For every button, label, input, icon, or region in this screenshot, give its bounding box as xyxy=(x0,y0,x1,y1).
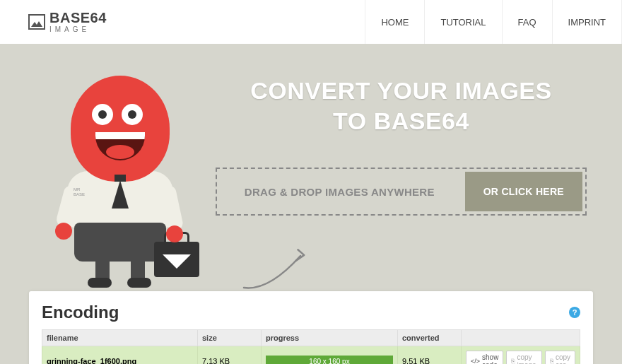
title-line: TO BASE64 xyxy=(333,107,469,134)
cell-size: 7.13 KB xyxy=(198,346,262,365)
copy-icon: ⎘ xyxy=(550,358,553,364)
copy-image-button[interactable]: ⎘copy image xyxy=(506,351,541,364)
logo-text-sub: IMAGE xyxy=(49,26,107,33)
button-label: OR CLICK HERE xyxy=(483,186,564,197)
hero-right: CONVERT YOUR IMAGES TO BASE64 DRAG & DRO… xyxy=(216,69,587,216)
col-converted: converted xyxy=(398,330,462,346)
nav-item-imprint[interactable]: IMPRINT xyxy=(552,0,622,44)
logo[interactable]: BASE64 IMAGE xyxy=(28,11,107,33)
logo-text: BASE64 IMAGE xyxy=(49,11,107,33)
table-row: grinning-face_1f600.png 7.13 KB 160 x 16… xyxy=(42,346,580,365)
col-filename: filename xyxy=(42,330,198,346)
hero-title: CONVERT YOUR IMAGES TO BASE64 xyxy=(216,76,587,136)
col-actions xyxy=(462,330,580,346)
nav-label: HOME xyxy=(381,17,409,28)
drop-text: DRAG & DROP IMAGES ANYWHERE xyxy=(217,186,462,198)
nav-item-tutorial[interactable]: TUTORIAL xyxy=(424,0,501,44)
title-line: CONVERT YOUR IMAGES xyxy=(250,77,551,104)
tag-line: BASE xyxy=(74,192,85,196)
help-icon[interactable]: ? xyxy=(569,307,580,318)
briefcase-icon xyxy=(154,242,199,277)
copy-icon: ⎘ xyxy=(511,358,515,364)
hero: MRBASE CONVERT YOUR IMAGES TO BASE64 DRA… xyxy=(0,44,622,291)
nav-item-faq[interactable]: FAQ xyxy=(502,0,552,44)
col-progress: progress xyxy=(262,330,398,346)
upload-button[interactable]: OR CLICK HERE xyxy=(465,172,582,211)
copy-css-button[interactable]: ⎘copy css xyxy=(545,351,575,364)
nav-label: TUTORIAL xyxy=(440,17,486,28)
cell-actions: </>show code ⎘copy image ⎘copy css xyxy=(462,346,580,365)
logo-text-main: BASE64 xyxy=(49,11,107,25)
mascot-name-tag: MRBASE xyxy=(74,187,85,197)
nav-label: FAQ xyxy=(518,17,536,28)
tag-line: MR xyxy=(74,187,80,192)
drop-zone[interactable]: DRAG & DROP IMAGES ANYWHERE OR CLICK HER… xyxy=(216,168,587,216)
encoding-card: Encoding ? filename size progress conver… xyxy=(29,291,593,364)
cell-filename: grinning-face_1f600.png xyxy=(42,346,198,365)
progress-bar: 160 x 160 px xyxy=(266,356,393,365)
nav: HOME TUTORIAL FAQ IMPRINT xyxy=(365,0,622,44)
button-label: copy css xyxy=(556,353,570,364)
header: BASE64 IMAGE HOME TUTORIAL FAQ IMPRINT xyxy=(0,0,622,44)
code-icon: </> xyxy=(471,358,480,364)
mascot: MRBASE xyxy=(35,69,198,281)
svg-marker-0 xyxy=(31,21,42,27)
show-code-button[interactable]: </>show code xyxy=(466,351,503,364)
nav-label: IMPRINT xyxy=(568,17,606,28)
button-label: show code xyxy=(482,353,498,364)
card-title: Encoding xyxy=(42,303,119,322)
encoding-table: filename size progress converted grinnin… xyxy=(42,329,580,364)
col-size: size xyxy=(198,330,262,346)
arrow-icon xyxy=(237,242,322,298)
cell-converted: 9.51 KB xyxy=(398,346,462,365)
cell-progress: 160 x 160 px xyxy=(262,346,398,365)
card-head: Encoding ? xyxy=(42,303,580,322)
logo-icon xyxy=(28,14,45,30)
button-label: copy image xyxy=(517,353,536,364)
nav-item-home[interactable]: HOME xyxy=(365,0,424,44)
